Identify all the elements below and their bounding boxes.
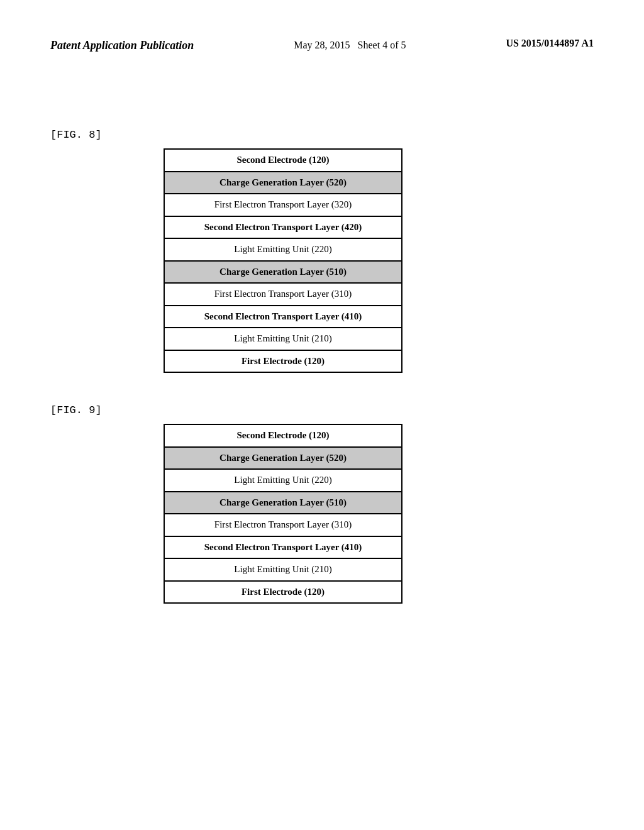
layer-item: Charge Generation Layer (510)	[165, 492, 401, 515]
publication-number: US 2015/0144897 A1	[506, 38, 594, 49]
figure-8-section: [FIG. 8] Second Electrode (120)Charge Ge…	[50, 129, 594, 373]
publication-date-sheet: May 28, 2015 Sheet 4 of 5	[294, 38, 406, 53]
figure-8-diagram: Second Electrode (120)Charge Generation …	[164, 148, 402, 373]
layer-item: Second Electrode (120)	[165, 150, 401, 172]
layer-item: Charge Generation Layer (510)	[165, 262, 401, 284]
layer-item: First Electrode (120)	[165, 582, 401, 603]
layer-item: Charge Generation Layer (520)	[165, 448, 401, 470]
page-header: Patent Application Publication May 28, 2…	[50, 38, 594, 53]
figure-9-diagram: Second Electrode (120)Charge Generation …	[164, 424, 402, 604]
figure-9-label: [FIG. 9]	[50, 404, 594, 416]
publication-date: May 28, 2015	[294, 40, 350, 50]
layer-item: Light Emitting Unit (210)	[165, 559, 401, 582]
layer-item: First Electron Transport Layer (320)	[165, 194, 401, 217]
layer-item: First Electron Transport Layer (310)	[165, 284, 401, 306]
sheet-info: Sheet 4 of 5	[358, 40, 406, 50]
layer-item: Light Emitting Unit (210)	[165, 328, 401, 351]
layer-item: Second Electron Transport Layer (420)	[165, 217, 401, 240]
figure-8-label: [FIG. 8]	[50, 129, 594, 141]
layer-item: Light Emitting Unit (220)	[165, 239, 401, 262]
page: Patent Application Publication May 28, 2…	[0, 0, 644, 830]
layer-item: First Electrode (120)	[165, 351, 401, 372]
layer-item: Charge Generation Layer (520)	[165, 172, 401, 195]
layer-item: Second Electrode (120)	[165, 425, 401, 448]
layer-item: First Electron Transport Layer (310)	[165, 514, 401, 537]
publication-title: Patent Application Publication	[50, 38, 194, 53]
layer-item: Light Emitting Unit (220)	[165, 470, 401, 492]
layer-item: Second Electron Transport Layer (410)	[165, 306, 401, 329]
layer-item: Second Electron Transport Layer (410)	[165, 537, 401, 560]
figure-9-section: [FIG. 9] Second Electrode (120)Charge Ge…	[50, 404, 594, 604]
